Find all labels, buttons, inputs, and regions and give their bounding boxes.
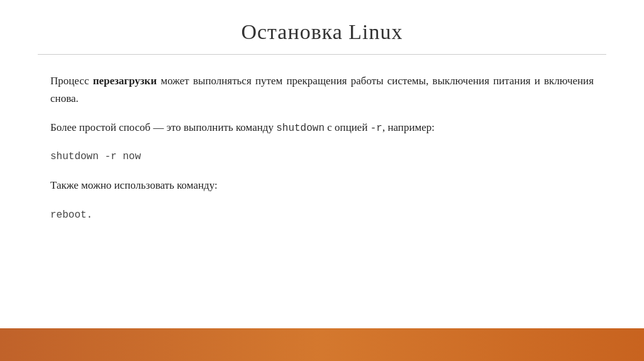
paragraph-1: Процесс перезагрузки может выполняться п… [50,72,594,108]
code-block-shutdown: shutdown -r now [50,148,594,165]
bold-text-reboot: перезагрузки [93,75,157,87]
inline-code-r: -r [370,123,382,134]
slide: Остановка Linux Процесс перезагрузки мож… [0,0,644,361]
bottom-bar [0,328,644,361]
inline-code-shutdown: shutdown [276,123,325,134]
paragraph-2: Более простой способ — это выполнить ком… [50,119,594,136]
code-block-reboot: reboot. [50,206,594,224]
paragraph-3: Также можно использовать команду: [50,177,594,194]
slide-title: Остановка Linux [50,20,594,44]
slide-content: Процесс перезагрузки может выполняться п… [0,55,644,328]
title-area: Остановка Linux [0,0,644,54]
